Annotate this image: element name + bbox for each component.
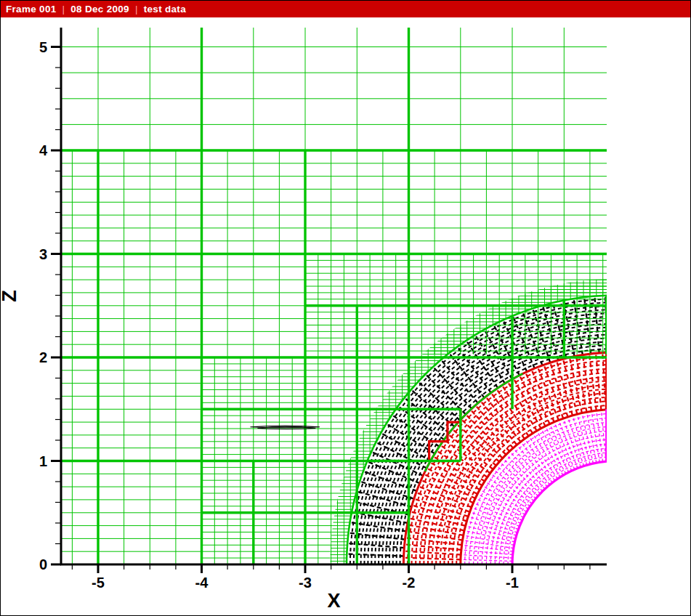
tecplot-frame: Frame 001|08 Dec 2009|test data -5-4-3-2…: [0, 0, 691, 616]
frame-title: Frame 001: [6, 4, 57, 15]
x-tick-label: -5: [92, 575, 105, 591]
z-tick-label: 1: [39, 453, 47, 469]
header-separator-icon: |: [129, 4, 144, 15]
z-tick-label: 4: [39, 142, 48, 158]
z-tick-label: 2: [39, 349, 47, 365]
mesh-plot-canvas: -5-4-3-2-1012345XZ: [0, 0, 691, 616]
zone-outer-black: [347, 296, 616, 565]
frame-titlebar: Frame 001|08 Dec 2009|test data: [1, 1, 690, 17]
frame-dataset: test data: [144, 4, 186, 15]
z-axis-title: Z: [0, 290, 20, 302]
z-tick-label: 5: [39, 39, 47, 55]
x-tick-label: -2: [403, 575, 416, 591]
frame-date: 08 Dec 2009: [70, 4, 129, 15]
header-separator-icon: |: [57, 4, 71, 15]
mesh-zones: [347, 296, 616, 565]
x-tick-label: -1: [506, 575, 519, 591]
x-tick-label: -4: [195, 575, 209, 591]
z-tick-label: 3: [39, 246, 47, 262]
z-tick-label: 0: [39, 556, 47, 572]
x-axis-title: X: [327, 590, 340, 612]
x-tick-label: -3: [299, 575, 312, 591]
